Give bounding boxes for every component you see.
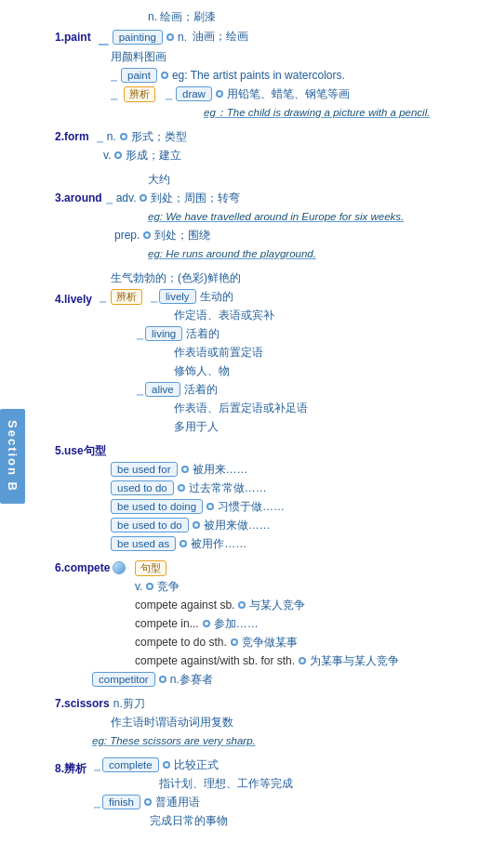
competitor-row: competitor n.参赛者: [55, 670, 475, 689]
complete-row: ⎯ complete 比较正式: [94, 756, 293, 774]
dot8: [181, 466, 189, 473]
form-v: v. 形成；建立: [55, 146, 475, 164]
compete-item-1: compete against sb. 与某人竞争: [135, 596, 475, 614]
finish-badge: finish: [102, 795, 140, 809]
compete-pos: v. 竞争: [55, 577, 475, 596]
bianci-badge: 辨析: [124, 86, 155, 102]
bianci-row: ⎯ 辨析 ⎯ draw 用铅笔、蜡笔、钢笔等画: [111, 85, 475, 103]
alive-note1: 作表语、后置定语或补足语: [100, 399, 308, 417]
dot4: [120, 133, 127, 140]
paint-word-badge: paint: [121, 68, 157, 83]
scissors-note: 作主语时谓语动词用复数: [55, 713, 475, 731]
use-title: 5.use句型: [55, 441, 475, 460]
draw-eg: eg：The child is drawing a picture with a…: [111, 103, 475, 122]
paint-top-note: n. 绘画；刷漆: [55, 7, 475, 26]
dot1: [166, 33, 174, 41]
compete-title: 6.compete 句型: [55, 559, 475, 577]
form-n: 2.form ⎯ n. 形式；类型: [55, 127, 475, 146]
use-pattern-5: be used as: [111, 536, 176, 551]
use-item-1: be used for 被用来……: [111, 460, 475, 479]
dot9: [178, 484, 185, 492]
lively-main: 4.lively ⎯ 辨析 ⎯ lively 生动的 作定语、表语或宾补: [55, 287, 475, 436]
paint-bianci: ⎯ 辨析 ⎯ draw 用铅笔、蜡笔、钢笔等画 eg：The child is …: [111, 85, 475, 122]
lively-right: ⎯ 辨析 ⎯ lively 生动的 作定语、表语或宾补 ⎯ living: [100, 287, 308, 436]
around-adv: 3.around ⎯ adv. 到处；周围；转弯: [55, 189, 475, 207]
dot10: [206, 503, 214, 510]
dot20: [144, 798, 152, 806]
bianci8-main: 8.辨析 ⎯ complete 比较正式 指计划、理想、工作等完成 ⎯ fini…: [55, 756, 475, 830]
section-form: 2.form ⎯ n. 形式；类型 v. 形成；建立: [55, 127, 475, 164]
paint-badge: painting: [113, 30, 163, 45]
use-pattern-1: be used for: [111, 462, 178, 477]
bianci8-left: 8.辨析: [55, 761, 86, 777]
around-prep: prep. 到处；围绕: [55, 226, 475, 244]
section-b-label: Section B: [0, 409, 25, 504]
section-compete: 6.compete 句型 v. 竞争 compete against sb. 与…: [55, 559, 475, 689]
alive-word-badge: alive: [145, 382, 180, 397]
section-around: 大约 3.around ⎯ adv. 到处；周围；转弯 eg: We have …: [55, 170, 475, 263]
around-adv-eg: eg: We have travelled around in Europe f…: [55, 207, 475, 226]
compete-item-3: compete to do sth. 竞争做某事: [135, 633, 475, 651]
use-item-2: used to do 过去常常做……: [111, 479, 475, 497]
complete-badge: complete: [102, 757, 159, 772]
dot16: [231, 638, 238, 646]
section-paint: n. 绘画；刷漆 1.paint ⎯ painting n. 油画；绘画 用颜料…: [55, 7, 475, 122]
bianci2-row: ⎯ 辨析 ⎯ lively 生动的: [100, 287, 308, 306]
use-pattern-2: used to do: [111, 480, 174, 495]
dot7: [143, 231, 151, 239]
dot18: [159, 676, 166, 683]
paint-branch: 用颜料图画 ⎯ paint eg: The artist paints in w…: [111, 47, 475, 85]
main-content: n. 绘画；刷漆 1.paint ⎯ painting n. 油画；绘画 用颜料…: [51, 0, 479, 843]
living-note1: 作表语或前置定语: [100, 343, 308, 362]
scissors-eg: eg: These scissors are very sharp.: [55, 731, 475, 750]
paint-row: ⎯ paint eg: The artist paints in waterco…: [111, 66, 475, 85]
use-items: be used for 被用来…… used to do 过去常常做…… be …: [111, 460, 475, 553]
alive-note2: 多用于人: [100, 417, 308, 436]
dot11: [193, 521, 200, 529]
paint-title-row: 1.paint ⎯ painting n. 油画；绘画: [55, 26, 475, 47]
use-pattern-3: be used to doing: [111, 499, 203, 514]
dot12: [180, 540, 187, 547]
paint-cn-note: 用颜料图画: [111, 47, 475, 66]
dot17: [299, 657, 306, 664]
scissors-title: 7.scissors n.剪刀: [55, 694, 475, 713]
bianci2-badge: 辨析: [111, 289, 142, 305]
use-item-4: be used to do 被用来做……: [111, 516, 475, 534]
compete-item-2: compete in... 参加……: [135, 614, 475, 633]
dot6: [140, 194, 147, 202]
dot14: [238, 601, 246, 609]
living-note2: 修饰人、物: [100, 362, 308, 380]
living-word-badge: living: [145, 326, 182, 341]
draw-badge: draw: [176, 86, 212, 101]
section-bianci8: 8.辨析 ⎯ complete 比较正式 指计划、理想、工作等完成 ⎯ fini…: [55, 756, 475, 830]
finish-cn: 完成日常的事物: [94, 811, 293, 830]
lively-note2: ⎯ living 活着的: [100, 324, 308, 343]
use-pattern-4: be used to do: [111, 518, 189, 533]
globe-icon: [113, 561, 126, 574]
lively-left: 4.lively: [55, 293, 92, 306]
section-use: 5.use句型 be used for 被用来…… used to do 过去常…: [55, 441, 475, 553]
dot5: [114, 151, 122, 159]
compete-items: compete against sb. 与某人竞争 compete in... …: [135, 596, 475, 670]
dot19: [163, 761, 170, 769]
around-prep-eg: eg: He runs around the playground.: [55, 244, 475, 263]
alive-row: ⎯ alive 活着的: [100, 380, 308, 399]
use-item-3: be used to doing 习惯于做……: [111, 497, 475, 516]
section-scissors: 7.scissors n.剪刀 作主语时谓语动词用复数 eg: These sc…: [55, 694, 475, 750]
compete-juxing: 句型: [135, 560, 166, 576]
section-lively: 生气勃勃的；(色彩)鲜艳的 4.lively ⎯ 辨析 ⎯ lively 生动的: [55, 269, 475, 436]
around-title-top: 大约: [55, 170, 475, 189]
use-item-5: be used as 被用作……: [111, 534, 475, 553]
compete-item-4: compete against/with sb. for sth. 为某事与某人…: [135, 651, 475, 670]
lively-note1: 作定语、表语或宾补: [100, 306, 308, 324]
finish-row: ⎯ finish 普通用语: [94, 793, 293, 811]
competitor-badge: competitor: [92, 672, 155, 687]
dot13: [146, 583, 153, 590]
dot2: [161, 72, 168, 79]
lively-top-note: 生气勃勃的；(色彩)鲜艳的: [55, 269, 475, 287]
complete-cn: 指计划、理想、工作等完成: [94, 774, 293, 793]
lively-word-badge: lively: [159, 289, 196, 304]
bianci8-right: ⎯ complete 比较正式 指计划、理想、工作等完成 ⎯ finish 普通…: [94, 756, 293, 830]
dot15: [203, 620, 210, 627]
dot3: [216, 90, 223, 98]
